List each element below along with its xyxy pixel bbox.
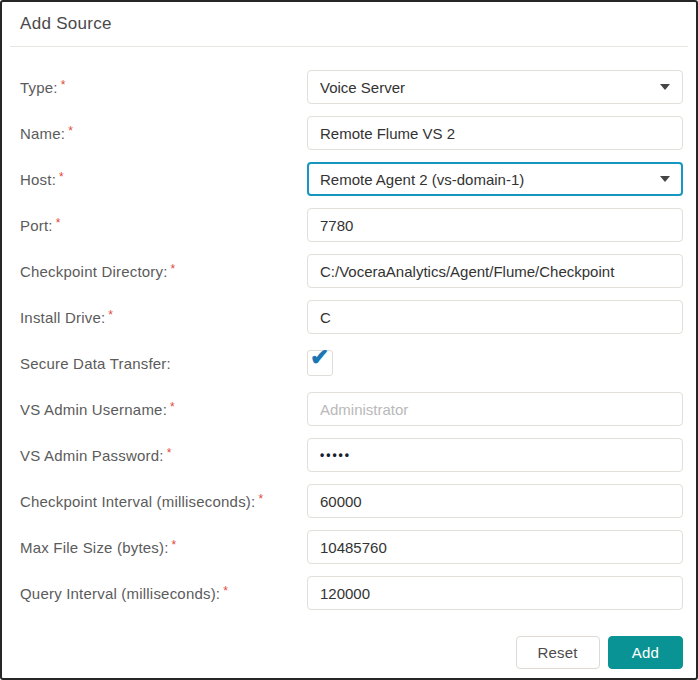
add-source-panel: Add Source Type:*Voice ServerName:*Host:… [0,0,698,680]
form-fields: Type:*Voice ServerName:*Host:*Remote Age… [2,47,696,610]
reset-button[interactable]: Reset [516,636,600,669]
port-label: Port:* [20,217,307,234]
check-icon: ✔ [310,345,329,370]
secure-data-transfer-control: ✔ [307,350,683,376]
query-interval-label-text: Query Interval (milliseconds): [20,585,220,602]
required-asterisk: * [223,584,228,598]
type-label-text: Type: [20,79,58,96]
host-selected-value: Remote Agent 2 (vs-domain-1) [320,171,524,188]
form-row-port: Port:* [20,208,683,242]
port-label-text: Port: [20,217,53,234]
add-button[interactable]: Add [608,636,683,669]
checkpoint-directory-label-text: Checkpoint Directory: [20,263,168,280]
name-label-text: Name: [20,125,65,142]
checkpoint-directory-input[interactable] [307,254,683,288]
form-row-install-drive: Install Drive:* [20,300,683,334]
required-asterisk: * [170,400,175,414]
checkpoint-directory-label: Checkpoint Directory:* [20,263,307,280]
vs-admin-password-label: VS Admin Password:* [20,447,307,464]
type-label: Type:* [20,79,307,96]
checkpoint-interval-label: Checkpoint Interval (milliseconds):* [20,493,307,510]
secure-data-transfer-label: Secure Data Transfer: [20,355,307,372]
secure-data-transfer-label-text: Secure Data Transfer: [20,355,171,372]
query-interval-control [307,576,683,610]
max-file-size-label: Max File Size (bytes):* [20,539,307,556]
secure-data-transfer-checkbox[interactable]: ✔ [307,350,333,376]
form-row-host: Host:*Remote Agent 2 (vs-domain-1) [20,162,683,196]
max-file-size-control [307,530,683,564]
install-drive-label: Install Drive:* [20,309,307,326]
type-selected-value: Voice Server [320,79,405,96]
host-label-text: Host: [20,171,56,188]
required-asterisk: * [172,538,177,552]
vs-admin-username-label-text: VS Admin Username: [20,401,167,418]
required-asterisk: * [258,492,263,506]
checkpoint-interval-control [307,484,683,518]
vs-admin-username-label: VS Admin Username:* [20,401,307,418]
vs-admin-username-input[interactable] [307,392,683,426]
name-control [307,116,683,150]
install-drive-control [307,300,683,334]
vs-admin-username-control [307,392,683,426]
name-input[interactable] [307,116,683,150]
port-input[interactable] [307,208,683,242]
chevron-down-icon [660,176,670,182]
type-select[interactable]: Voice Server [307,70,683,104]
form-row-type: Type:*Voice Server [20,70,683,104]
install-drive-label-text: Install Drive: [20,309,105,326]
port-control [307,208,683,242]
required-asterisk: * [59,170,64,184]
type-control: Voice Server [307,70,683,104]
query-interval-label: Query Interval (milliseconds):* [20,585,307,602]
page-title: Add Source [20,14,678,34]
checkpoint-directory-control [307,254,683,288]
required-asterisk: * [171,262,176,276]
chevron-down-icon [660,84,670,90]
form-row-vs-admin-username: VS Admin Username:* [20,392,683,426]
name-label: Name:* [20,125,307,142]
form-row-query-interval: Query Interval (milliseconds):* [20,576,683,610]
form-row-vs-admin-password: VS Admin Password:* [20,438,683,472]
panel-header: Add Source [2,2,696,34]
checkpoint-interval-label-text: Checkpoint Interval (milliseconds): [20,493,255,510]
form-actions: Reset Add [516,636,683,669]
form-row-max-file-size: Max File Size (bytes):* [20,530,683,564]
required-asterisk: * [108,308,113,322]
checkpoint-interval-input[interactable] [307,484,683,518]
required-asterisk: * [61,78,66,92]
host-label: Host:* [20,171,307,188]
form-row-checkpoint-interval: Checkpoint Interval (milliseconds):* [20,484,683,518]
host-select[interactable]: Remote Agent 2 (vs-domain-1) [307,162,683,196]
form-row-secure-data-transfer: Secure Data Transfer:✔ [20,346,683,380]
required-asterisk: * [68,124,73,138]
form-row-name: Name:* [20,116,683,150]
required-asterisk: * [167,446,172,460]
vs-admin-password-input[interactable] [307,438,683,472]
host-control: Remote Agent 2 (vs-domain-1) [307,162,683,196]
vs-admin-password-label-text: VS Admin Password: [20,447,164,464]
max-file-size-input[interactable] [307,530,683,564]
vs-admin-password-control [307,438,683,472]
max-file-size-label-text: Max File Size (bytes): [20,539,169,556]
query-interval-input[interactable] [307,576,683,610]
install-drive-input[interactable] [307,300,683,334]
form-row-checkpoint-directory: Checkpoint Directory:* [20,254,683,288]
required-asterisk: * [56,216,61,230]
